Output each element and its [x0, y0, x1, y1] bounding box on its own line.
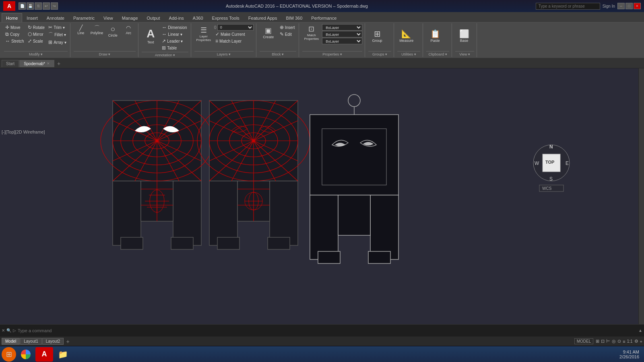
explorer-button[interactable]: 📁: [54, 347, 72, 362]
layout2-tab[interactable]: Layout2: [42, 338, 64, 345]
command-input[interactable]: [18, 328, 637, 333]
tab-manage[interactable]: Manage: [118, 13, 142, 22]
array-button[interactable]: ⊞ Array ▾: [47, 39, 68, 45]
ribbon-group-clipboard: 📋 Paste Clipboard ▾: [424, 23, 452, 57]
svg-rect-41: [268, 237, 290, 249]
dimension-button[interactable]: ↔ Dimension: [161, 24, 188, 31]
insert-button[interactable]: ⊕ Insert: [279, 24, 296, 31]
group-button[interactable]: ⊞ Group: [368, 24, 386, 48]
layer-dropdown[interactable]: 0: [217, 24, 254, 31]
tab-performance[interactable]: Performance: [307, 13, 341, 22]
ortho-icon[interactable]: ⊢: [606, 339, 610, 344]
grid-icon[interactable]: ⊞: [596, 339, 599, 344]
linear-button[interactable]: ↔ Linear ▾: [161, 31, 188, 37]
tab-annotate[interactable]: Annotate: [42, 13, 69, 22]
new-tab-button[interactable]: +: [55, 59, 63, 68]
model-indicator: MODEL: [574, 338, 594, 344]
chrome-button[interactable]: [17, 347, 35, 362]
model-tab[interactable]: Model: [2, 338, 20, 345]
windows-start-button[interactable]: ⊞: [2, 347, 16, 362]
doc-tab-close[interactable]: ✕: [47, 62, 50, 66]
edit-label: Edit: [285, 32, 292, 37]
redo-button[interactable]: ↪: [51, 2, 58, 10]
polyline-icon: ⌒: [94, 25, 100, 31]
titlebar-icon[interactable]: 📄: [19, 2, 26, 10]
doc-tab-spodernab-label: Spodernab*: [24, 62, 45, 66]
cmdline-icon-x[interactable]: ✕: [2, 328, 5, 333]
ribbon-group-view: ⬜ Base View ▾: [453, 23, 477, 57]
doc-tab-spodernab[interactable]: Spodernab* ✕: [19, 60, 54, 67]
titlebar-icon[interactable]: 💾: [27, 2, 34, 10]
polar-icon[interactable]: ◎: [612, 339, 616, 344]
move-button[interactable]: ✛ Move: [4, 24, 25, 31]
array-label: Array ▾: [54, 40, 66, 45]
tab-parametric[interactable]: Parametric: [69, 13, 99, 22]
fillet-button[interactable]: ⌒ Fillet ▾: [47, 31, 68, 39]
tab-output[interactable]: Output: [142, 13, 165, 22]
mirror-button[interactable]: ⬡ Mirror: [27, 31, 46, 37]
paste-button[interactable]: 📋 Paste: [426, 24, 444, 48]
new-layout-button[interactable]: +: [64, 337, 71, 346]
tab-view[interactable]: View: [99, 13, 118, 22]
doc-tab-start[interactable]: Start: [2, 60, 19, 67]
circle-label: Circle: [108, 33, 118, 37]
base-button[interactable]: ⬜ Base: [455, 24, 473, 48]
trim-button[interactable]: ✂ Trim ▾: [47, 24, 68, 31]
rotate-button[interactable]: ↻ Rotate: [27, 24, 46, 31]
color-dropdown[interactable]: ByLayer: [322, 24, 362, 31]
scale-button[interactable]: ⤢ Scale: [27, 38, 46, 44]
tab-bim360[interactable]: BIM 360: [281, 13, 307, 22]
tab-insert[interactable]: Insert: [22, 13, 42, 22]
table-button[interactable]: ⊞ Table: [161, 45, 188, 51]
circle-button[interactable]: ○ Circle: [105, 24, 120, 38]
stretch-button[interactable]: ↔ Stretch: [4, 38, 25, 44]
arc-button[interactable]: ◠ Arc: [121, 24, 136, 36]
linetype-dropdown[interactable]: ByLayer: [322, 31, 362, 37]
text-button[interactable]: A Text: [142, 24, 159, 48]
match-layer-button[interactable]: ≡ Match Layer: [214, 38, 254, 44]
osnap-icon[interactable]: ⊙: [617, 339, 621, 344]
snap-icon[interactable]: ⊡: [601, 339, 605, 344]
match-properties-button[interactable]: ⊡ MatchProperties: [302, 24, 321, 42]
stretch-label: Stretch: [11, 39, 24, 43]
edit-button[interactable]: ✎ Edit: [279, 31, 296, 37]
tab-add-ins[interactable]: Add-ins: [165, 13, 188, 22]
close-button[interactable]: ✕: [634, 3, 641, 9]
lineweight-dropdown[interactable]: ByLayer: [322, 38, 362, 44]
vertical-scrollbar[interactable]: [638, 68, 644, 324]
autocad-button[interactable]: A: [35, 347, 53, 362]
rotate-label: Rotate: [33, 25, 45, 30]
copy-button[interactable]: ⧉ Copy: [4, 31, 25, 37]
tab-featured[interactable]: Featured Apps: [244, 13, 282, 22]
drawing-canvas[interactable]: Y X N S E W TOP WCS: [0, 68, 644, 324]
restore-button[interactable]: □: [625, 3, 633, 9]
polyline-button[interactable]: ⌒ Polyline: [89, 24, 105, 36]
lineweight-icon[interactable]: ≡: [623, 339, 625, 344]
sign-in-button[interactable]: Sign In: [603, 4, 615, 8]
tab-a360[interactable]: A360: [188, 13, 208, 22]
undo-button[interactable]: ↩: [43, 2, 50, 10]
ribbon-group-utilities: 📐 Measure Utilities ▾: [395, 23, 423, 57]
minimize-button[interactable]: –: [617, 3, 625, 9]
tab-express[interactable]: Express Tools: [208, 13, 244, 22]
make-current-button[interactable]: ✓ Make Current: [214, 31, 254, 37]
tab-home[interactable]: Home: [2, 13, 22, 22]
layer-properties-button[interactable]: ☰ LayerProperties: [194, 25, 213, 43]
cmdline-icon-search[interactable]: 🔍: [6, 328, 11, 333]
settings-icon[interactable]: ⚙: [634, 339, 638, 344]
plus-icon[interactable]: +: [640, 339, 642, 344]
svg-rect-40: [217, 237, 239, 249]
ribbon-group-properties: ⊡ MatchProperties ByLayer ByLayer ByLaye…: [300, 23, 365, 57]
arc-icon: ◠: [126, 25, 131, 31]
search-input[interactable]: [536, 3, 600, 10]
cmdline-scroll[interactable]: ▲: [638, 328, 642, 333]
fillet-label: Fillet ▾: [54, 33, 66, 37]
line-button[interactable]: ╱ Line: [74, 24, 88, 36]
clock: 9:41 AM: [619, 350, 639, 354]
leader-button[interactable]: ↗ Leader ▾: [161, 38, 188, 44]
layout1-tab[interactable]: Layout1: [20, 338, 42, 345]
measure-button[interactable]: 📐 Measure: [397, 24, 415, 48]
titlebar-icon[interactable]: ⎘: [35, 2, 42, 10]
create-button[interactable]: ▣ Create: [260, 24, 277, 42]
mirror-label: Mirror: [33, 32, 43, 37]
